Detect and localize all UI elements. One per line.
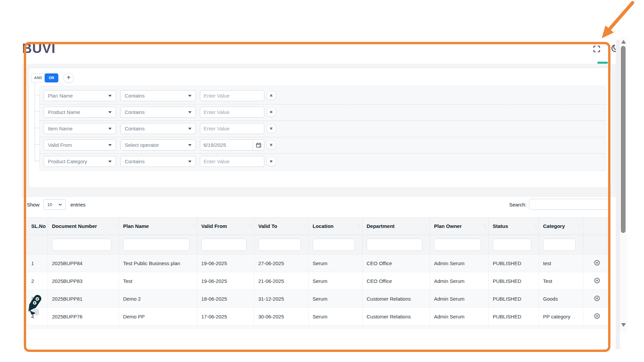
operator-select[interactable]: Contains: [120, 156, 196, 167]
scrollbar-thumb[interactable]: [621, 46, 626, 233]
sort-icon[interactable]: ↑↓: [484, 224, 486, 228]
condition-row: Product Category Contains Enter Value ×: [40, 156, 606, 167]
chevron-down-icon: [108, 95, 112, 97]
show-label: Show: [27, 202, 40, 207]
column-header-department[interactable]: Department↑↓: [363, 218, 430, 235]
column-header-valid-to[interactable]: Valid To↑↓: [254, 218, 309, 235]
chevron-down-icon: [108, 111, 112, 113]
column-header-valid-from[interactable]: Valid From↑↓: [197, 218, 254, 235]
inner-scroll-track: [616, 40, 620, 349]
column-header-plan-owner[interactable]: Plan Owner↑↓: [430, 218, 489, 235]
sort-icon[interactable]: ↑↓: [304, 224, 306, 228]
search-label: Search:: [509, 202, 527, 207]
remove-condition-button[interactable]: ×: [266, 107, 276, 117]
column-filter-input-status[interactable]: [493, 239, 531, 251]
sort-icon[interactable]: ↑↓: [425, 224, 428, 228]
remove-condition-button[interactable]: ×: [266, 91, 276, 101]
column-header-document-number[interactable]: Document Number↑↓: [48, 218, 119, 235]
chevron-down-icon: [58, 203, 62, 206]
scrollbar-down-arrow[interactable]: [621, 323, 626, 327]
value-input[interactable]: Enter Value: [200, 107, 264, 118]
row-separator: [40, 104, 606, 105]
field-select[interactable]: Item Name: [44, 123, 116, 134]
operator-select[interactable]: Select operator: [120, 139, 196, 150]
operator-select[interactable]: Contains: [120, 123, 196, 134]
field-select[interactable]: Product Category: [44, 156, 116, 167]
column-filter-input-valid-from[interactable]: [201, 239, 247, 251]
column-filter-input-location[interactable]: [313, 239, 355, 251]
row-separator: [40, 153, 606, 154]
table-row[interactable]: 1 2025BUPP84 Test Public Business plan 1…: [27, 254, 611, 272]
table-header-row: SL.No↑↓ Document Number↑↓ Plan Name↑↓ Va…: [27, 218, 611, 235]
entries-label: entries: [70, 202, 86, 207]
page-size-select[interactable]: 10: [44, 199, 66, 210]
add-condition-button[interactable]: +: [63, 73, 74, 83]
row-separator: [40, 137, 606, 137]
sort-icon[interactable]: ↑↓: [192, 224, 195, 228]
remove-condition-button[interactable]: ×: [266, 157, 276, 166]
chevron-down-icon: [188, 128, 192, 130]
view-eye-icon[interactable]: [583, 272, 611, 290]
condition-row: Valid From Select operator 6/19/2025 ×: [40, 139, 606, 150]
view-eye-icon[interactable]: [583, 254, 611, 272]
row-separator: [40, 120, 606, 121]
sort-icon[interactable]: ↑↓: [578, 224, 581, 228]
sort-icon[interactable]: ↑↓: [43, 224, 46, 228]
scrollbar-up-arrow[interactable]: [621, 40, 626, 44]
column-filter-input-valid-to[interactable]: [258, 239, 301, 251]
remove-condition-button[interactable]: ×: [266, 124, 276, 133]
brand-logo: BUVI: [22, 41, 56, 56]
results-table: SL.No↑↓ Document Number↑↓ Plan Name↑↓ Va…: [27, 217, 610, 329]
sort-icon[interactable]: ↑↓: [249, 224, 252, 228]
fullscreen-icon[interactable]: [592, 45, 601, 55]
column-filter-input-plan-name[interactable]: [123, 239, 190, 251]
table-row-partial: [27, 325, 611, 329]
chevron-down-icon: [108, 144, 112, 146]
operator-select[interactable]: Contains: [120, 90, 196, 101]
chevron-down-icon: [108, 128, 112, 130]
chevron-down-icon: [108, 161, 112, 163]
field-select[interactable]: Product Name: [44, 107, 116, 118]
table-row[interactable]: 3 2025BUPP81 Demo 2 18-06-2025 31-12-202…: [27, 290, 611, 308]
column-filter-input-department[interactable]: [367, 239, 422, 251]
calendar-icon[interactable]: [253, 140, 264, 150]
status-badge: PUBLISHED: [489, 254, 539, 272]
status-badge: PUBLISHED: [489, 308, 539, 325]
column-filter-row: [27, 235, 611, 254]
app-root: BUVI AND OR + Plan Name Contains Enter V…: [0, 0, 644, 362]
view-eye-icon[interactable]: [583, 308, 611, 325]
value-input[interactable]: Enter Value: [200, 156, 264, 167]
remove-condition-button[interactable]: ×: [266, 140, 276, 150]
column-filter-input-category[interactable]: [543, 239, 576, 251]
date-input[interactable]: 6/19/2025: [200, 139, 264, 150]
column-header-location[interactable]: Location↑↓: [309, 218, 363, 235]
sort-icon[interactable]: ↑↓: [114, 224, 117, 228]
operator-select[interactable]: Contains: [120, 107, 196, 118]
column-header-category[interactable]: Category↑↓: [539, 218, 583, 235]
value-input[interactable]: Enter Value: [200, 90, 264, 101]
condition-row: Product Name Contains Enter Value ×: [40, 107, 606, 118]
column-header-slno[interactable]: SL.No↑↓: [27, 218, 48, 235]
search-input[interactable]: [529, 199, 609, 210]
field-select[interactable]: Valid From: [44, 139, 116, 150]
column-filter-input-document-number[interactable]: [52, 239, 111, 251]
table-row[interactable]: 2 2025BUPP83 Test 19-06-2025 21-06-2025 …: [27, 272, 611, 290]
and-toggle-button[interactable]: AND: [31, 73, 45, 82]
field-select[interactable]: Plan Name: [44, 90, 116, 101]
status-badge: PUBLISHED: [489, 290, 539, 308]
value-input[interactable]: Enter Value: [200, 123, 264, 134]
column-filter-input-plan-owner[interactable]: [434, 239, 481, 251]
sort-icon[interactable]: ↑↓: [534, 224, 537, 228]
chevron-down-icon: [188, 144, 192, 146]
or-toggle-button[interactable]: OR: [45, 73, 58, 82]
column-header-status[interactable]: Status↑↓: [489, 218, 539, 235]
column-header-plan-name[interactable]: Plan Name↑↓: [119, 218, 197, 235]
condition-row: Plan Name Contains Enter Value ×: [40, 90, 606, 101]
table-row[interactable]: 4 2025BUPP76 Demo PP 17-06-2025 30-06-20…: [27, 308, 611, 325]
chevron-down-icon: [188, 111, 192, 113]
view-eye-icon[interactable]: [583, 290, 611, 308]
chevron-down-icon: [188, 161, 192, 163]
condition-row: Item Name Contains Enter Value ×: [40, 123, 606, 134]
column-header-actions: [583, 218, 611, 235]
sort-icon[interactable]: ↑↓: [358, 224, 360, 228]
